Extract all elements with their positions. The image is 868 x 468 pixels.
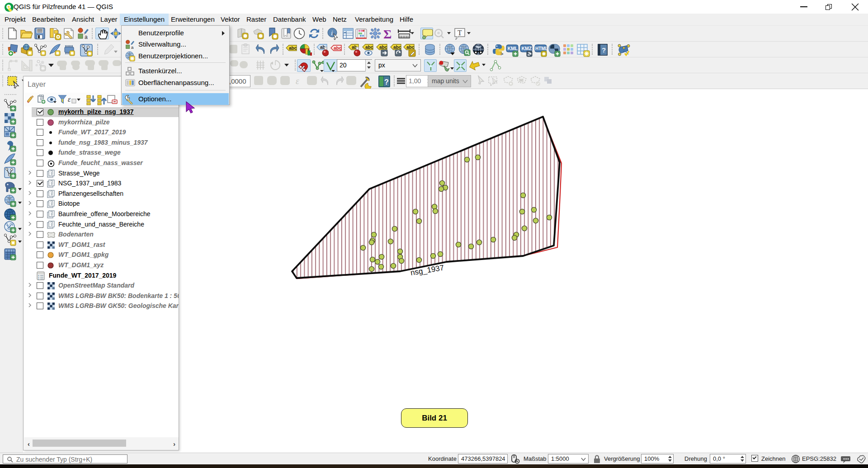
- svg-text:?: ?: [384, 78, 389, 86]
- svg-text:KMZ: KMZ: [522, 46, 532, 51]
- svg-text:abc: abc: [289, 46, 297, 51]
- svg-text:Σ: Σ: [383, 28, 392, 40]
- svg-text:ε: ε: [296, 76, 299, 86]
- svg-text:i: i: [331, 29, 333, 37]
- svg-text:KML: KML: [508, 46, 518, 51]
- svg-text:abc: abc: [334, 46, 342, 51]
- svg-text:a: a: [131, 45, 134, 49]
- svg-text:abc: abc: [406, 45, 415, 50]
- svg-text:a: a: [85, 34, 88, 39]
- svg-text:?: ?: [602, 46, 606, 54]
- svg-text:abc: abc: [393, 45, 401, 50]
- svg-text:>: >: [500, 51, 503, 56]
- svg-text:abc: abc: [379, 45, 387, 50]
- svg-text:HTML: HTML: [535, 46, 547, 51]
- svg-text:T: T: [458, 29, 462, 37]
- svg-text:abc: abc: [365, 45, 373, 50]
